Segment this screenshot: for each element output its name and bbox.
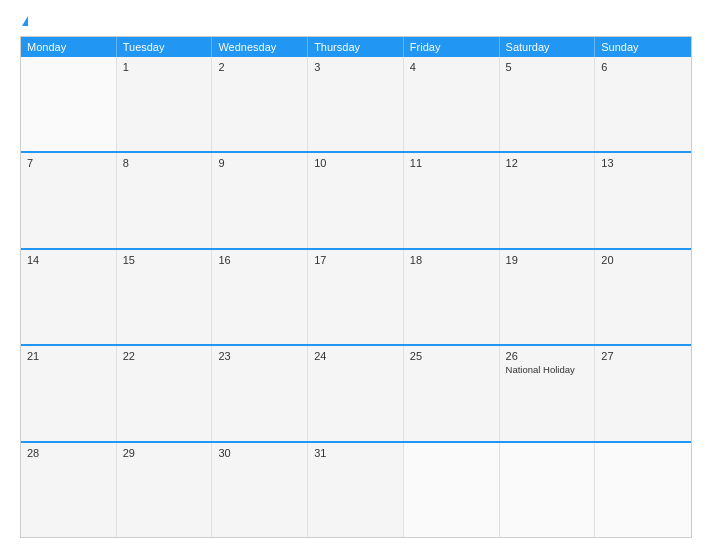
calendar-cell: 27 [595, 346, 691, 440]
day-number: 14 [27, 254, 110, 266]
day-number: 9 [218, 157, 301, 169]
day-number: 28 [27, 447, 110, 459]
header-friday: Friday [404, 37, 500, 57]
calendar-week-1: 123456 [21, 57, 691, 151]
calendar-cell: 20 [595, 250, 691, 344]
calendar-cell: 2 [212, 57, 308, 151]
calendar-cell: 12 [500, 153, 596, 247]
day-number: 4 [410, 61, 493, 73]
day-number: 20 [601, 254, 685, 266]
header-monday: Monday [21, 37, 117, 57]
calendar-cell: 28 [21, 443, 117, 537]
calendar-cell: 24 [308, 346, 404, 440]
day-number: 2 [218, 61, 301, 73]
day-number: 27 [601, 350, 685, 362]
calendar-week-3: 14151617181920 [21, 248, 691, 344]
day-number: 21 [27, 350, 110, 362]
calendar-cell: 3 [308, 57, 404, 151]
header-tuesday: Tuesday [117, 37, 213, 57]
day-number: 18 [410, 254, 493, 266]
calendar-cell: 4 [404, 57, 500, 151]
day-number: 1 [123, 61, 206, 73]
day-number: 24 [314, 350, 397, 362]
calendar-cell: 7 [21, 153, 117, 247]
day-number: 8 [123, 157, 206, 169]
calendar-cell: 22 [117, 346, 213, 440]
day-number: 3 [314, 61, 397, 73]
day-number: 7 [27, 157, 110, 169]
calendar-week-2: 78910111213 [21, 151, 691, 247]
logo [20, 16, 28, 26]
calendar-week-5: 28293031 [21, 441, 691, 537]
calendar-cell: 23 [212, 346, 308, 440]
calendar-cell: 13 [595, 153, 691, 247]
day-number: 26 [506, 350, 589, 362]
day-event: National Holiday [506, 364, 589, 376]
day-number: 25 [410, 350, 493, 362]
calendar-cell: 18 [404, 250, 500, 344]
calendar-cell: 25 [404, 346, 500, 440]
day-number: 30 [218, 447, 301, 459]
calendar-cell: 5 [500, 57, 596, 151]
day-number: 5 [506, 61, 589, 73]
calendar-cell [404, 443, 500, 537]
day-number: 17 [314, 254, 397, 266]
calendar-week-4: 212223242526National Holiday27 [21, 344, 691, 440]
calendar-cell: 17 [308, 250, 404, 344]
day-number: 16 [218, 254, 301, 266]
day-number: 11 [410, 157, 493, 169]
day-number: 12 [506, 157, 589, 169]
calendar-cell: 29 [117, 443, 213, 537]
calendar-cell: 16 [212, 250, 308, 344]
calendar-body: 1234567891011121314151617181920212223242… [21, 57, 691, 537]
calendar-cell: 11 [404, 153, 500, 247]
day-number: 31 [314, 447, 397, 459]
day-number: 22 [123, 350, 206, 362]
calendar-cell [595, 443, 691, 537]
day-number: 13 [601, 157, 685, 169]
day-number: 23 [218, 350, 301, 362]
day-number: 15 [123, 254, 206, 266]
calendar-cell: 21 [21, 346, 117, 440]
logo-triangle-icon [22, 16, 28, 26]
day-number: 6 [601, 61, 685, 73]
day-number: 10 [314, 157, 397, 169]
calendar-cell: 19 [500, 250, 596, 344]
header-thursday: Thursday [308, 37, 404, 57]
calendar: Monday Tuesday Wednesday Thursday Friday… [20, 36, 692, 538]
calendar-cell: 26National Holiday [500, 346, 596, 440]
page: Monday Tuesday Wednesday Thursday Friday… [0, 0, 712, 550]
calendar-cell: 6 [595, 57, 691, 151]
header-saturday: Saturday [500, 37, 596, 57]
calendar-cell: 15 [117, 250, 213, 344]
calendar-cell [500, 443, 596, 537]
header-wednesday: Wednesday [212, 37, 308, 57]
calendar-cell: 10 [308, 153, 404, 247]
calendar-cell: 30 [212, 443, 308, 537]
calendar-cell: 8 [117, 153, 213, 247]
day-number: 19 [506, 254, 589, 266]
calendar-header: Monday Tuesday Wednesday Thursday Friday… [21, 37, 691, 57]
calendar-cell: 31 [308, 443, 404, 537]
day-number: 29 [123, 447, 206, 459]
calendar-cell: 9 [212, 153, 308, 247]
header-sunday: Sunday [595, 37, 691, 57]
header [20, 16, 692, 26]
calendar-cell: 14 [21, 250, 117, 344]
calendar-cell: 1 [117, 57, 213, 151]
calendar-cell [21, 57, 117, 151]
